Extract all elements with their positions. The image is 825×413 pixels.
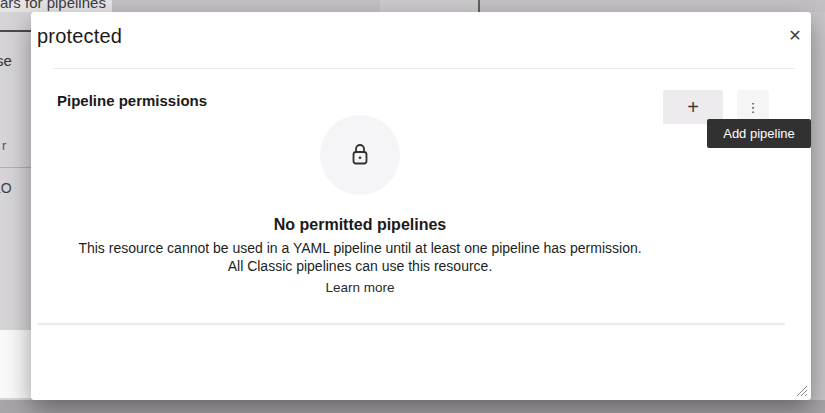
resize-handle-icon[interactable] xyxy=(796,385,808,397)
background-page-fragment: ars for pipelines xyxy=(0,0,112,12)
empty-state-circle xyxy=(320,115,400,195)
background-divider xyxy=(0,30,31,32)
background-bottom-bar xyxy=(0,400,825,413)
empty-state-line1: This resource cannot be used in a YAML p… xyxy=(53,239,667,257)
kebab-icon: ⋮ xyxy=(747,100,760,115)
empty-state: No permitted pipelines This resource can… xyxy=(53,115,667,296)
background-panel xyxy=(0,330,31,398)
background-table-header xyxy=(380,0,478,12)
learn-more-link[interactable]: Learn more xyxy=(325,280,394,296)
lock-icon xyxy=(349,143,371,167)
dialog-title: protected xyxy=(37,25,122,48)
empty-state-title: No permitted pipelines xyxy=(53,215,667,235)
header-divider xyxy=(53,68,795,69)
plus-icon: + xyxy=(687,97,699,117)
background-right-strip xyxy=(812,12,825,400)
background-column-divider xyxy=(478,0,480,12)
tooltip-label: Add pipeline xyxy=(723,126,795,141)
background-text-fragment: LO xyxy=(0,180,12,196)
footer-divider xyxy=(38,323,785,324)
background-text-fragment: se xyxy=(0,52,12,69)
empty-state-line2: All Classic pipelines can use this resou… xyxy=(53,257,667,275)
background-text-pipelines: ars for pipelines xyxy=(0,0,112,11)
pipeline-permissions-dialog: protected ✕ Pipeline permissions + ⋮ Add… xyxy=(31,12,811,400)
section-heading: Pipeline permissions xyxy=(57,92,207,109)
background-left-strip: se r LO xyxy=(0,12,31,400)
close-icon[interactable]: ✕ xyxy=(783,23,807,47)
background-divider xyxy=(0,167,31,168)
background-text-fragment: r xyxy=(2,138,6,153)
add-pipeline-tooltip: Add pipeline xyxy=(707,119,811,148)
